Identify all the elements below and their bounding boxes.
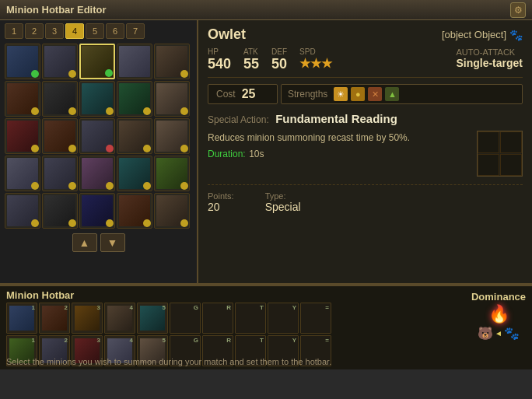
auto-label: Auto-attack <box>456 47 523 57</box>
minion-cell-12[interactable] <box>42 118 78 154</box>
bottom-section: Minion Hotbar 1 2 3 4 5 G R T Y = <box>0 285 532 369</box>
hotbar-row-1: 1 2 3 4 5 G R T Y = <box>6 303 471 334</box>
minion-cell-2[interactable] <box>42 44 78 79</box>
preview-cell-2 <box>500 131 522 153</box>
minion-cell-19[interactable] <box>117 156 152 191</box>
status-text: Select the minions you wish to summon du… <box>6 357 331 366</box>
minion-cell-18[interactable] <box>79 156 115 191</box>
hotbar-cell-r1-3[interactable]: 3 <box>72 303 103 334</box>
settings-button[interactable]: ⚙ <box>510 2 526 18</box>
strengths-box: Strengths ☀ ● ✕ ▲ <box>281 84 523 104</box>
minion-type: [object Object] 🐾 <box>442 29 523 41</box>
hotbar-cell-r1-2[interactable]: 2 <box>39 303 70 334</box>
desc-main: Reduces minion summoning recast time by … <box>208 131 471 145</box>
strength-moon-icon: ● <box>351 87 365 101</box>
duration-label: Duration: <box>208 149 246 159</box>
minion-cell-5[interactable] <box>154 44 190 79</box>
hotbar-header: Minion Hotbar <box>6 289 471 301</box>
points-item: Points: 20 <box>208 191 234 213</box>
special-action-row: Special Action: Fundamental Reading <box>208 112 523 126</box>
cost-strengths-row: Cost 25 Strengths ☀ ● ✕ ▲ <box>208 84 523 104</box>
points-type-row: Points: 20 Type: Special <box>208 184 523 213</box>
title-bar: Minion Hotbar Editor ⚙ <box>0 0 532 20</box>
tab-6[interactable]: 6 <box>106 23 124 39</box>
hotbar-cell-r1-t[interactable]: T <box>235 303 266 334</box>
strength-x-icon: ✕ <box>368 87 382 101</box>
hotbar-cell-r1-1[interactable]: 1 <box>6 303 37 334</box>
description-area: Reduces minion summoning recast time by … <box>208 131 523 177</box>
minion-cell-25[interactable] <box>154 193 190 229</box>
special-action-name: Fundamental Reading <box>275 112 397 125</box>
type-pt-value: Special <box>265 201 301 213</box>
preview-cell-3 <box>478 154 499 176</box>
minion-cell-7[interactable] <box>42 81 78 117</box>
minion-cell-9[interactable] <box>117 81 152 117</box>
minion-cell-15[interactable] <box>154 118 190 154</box>
minion-cell-3-selected[interactable] <box>79 44 115 79</box>
minion-cell-17[interactable] <box>42 156 78 191</box>
arrow-row: ▲ ▼ <box>3 230 194 255</box>
hotbar-cell-r1-eq[interactable]: = <box>300 303 331 334</box>
right-panel: Owlet [object Object] 🐾 HP 540 ATK 55 DE… <box>198 20 532 283</box>
tab-4[interactable]: 4 <box>65 23 84 39</box>
dominance-title: Dominance <box>471 291 526 303</box>
def-value: 50 <box>271 56 287 72</box>
hp-label: HP <box>208 47 231 56</box>
main-content: 1 2 3 4 5 6 7 <box>0 20 532 285</box>
hotbar-cell-r1-g[interactable]: G <box>170 303 201 334</box>
scroll-down-button[interactable]: ▼ <box>100 233 125 252</box>
scroll-up-button[interactable]: ▲ <box>72 233 97 252</box>
tab-3[interactable]: 3 <box>45 23 64 39</box>
def-label: DEF <box>271 47 287 56</box>
description-text: Reduces minion summoning recast time by … <box>208 131 471 177</box>
minion-cell-10[interactable] <box>154 81 190 117</box>
stat-hp: HP 540 <box>208 47 231 72</box>
stat-def: DEF 50 <box>271 47 287 72</box>
hotbar-cell-r1-5[interactable]: 5 <box>137 303 168 334</box>
dominance-bear-icon: 🐻 <box>478 326 493 341</box>
tab-7[interactable]: 7 <box>126 23 145 39</box>
dominance-arrow-left: ◄ <box>495 329 502 338</box>
hotbar-cell-r1-r[interactable]: R <box>202 303 233 334</box>
dominance-widget: Dominance 🔥 🐻 ◄ 🐾 <box>471 289 526 342</box>
minion-name: Owlet <box>208 26 246 43</box>
minion-cell-21[interactable] <box>5 193 40 229</box>
minion-cell-8[interactable] <box>79 81 115 117</box>
cost-label: Cost <box>216 89 236 100</box>
minion-cell-6[interactable] <box>5 81 40 117</box>
special-action-label: Special Action: <box>208 114 269 125</box>
minion-cell-14[interactable] <box>117 118 152 154</box>
minion-cell-13[interactable] <box>79 118 115 154</box>
spd-value: ★★★ <box>299 56 332 71</box>
status-bar: Select the minions you wish to summon du… <box>6 357 526 366</box>
minion-cell-16[interactable] <box>5 156 40 191</box>
desc-preview-grid <box>477 131 523 177</box>
stat-auto: Auto-attack Single-target <box>456 47 523 72</box>
stats-row: HP 540 ATK 55 DEF 50 SPD ★★★ Auto-attack… <box>208 47 523 78</box>
minion-cell-24[interactable] <box>117 193 152 229</box>
tab-5[interactable]: 5 <box>86 23 104 39</box>
tab-row: 1 2 3 4 5 6 7 <box>3 23 194 39</box>
type-label: [object Object] <box>442 29 506 40</box>
atk-label: ATK <box>243 47 259 56</box>
tab-2[interactable]: 2 <box>25 23 44 39</box>
minion-cell-20[interactable] <box>154 156 190 191</box>
spd-label: SPD <box>299 47 332 56</box>
atk-value: 55 <box>243 56 259 72</box>
type-item: Type: Special <box>265 191 301 213</box>
minion-cell-23[interactable] <box>79 193 115 229</box>
hotbar-cell-r1-4[interactable]: 4 <box>104 303 135 334</box>
preview-cell-4 <box>500 154 522 176</box>
hp-value: 540 <box>208 56 231 72</box>
minion-cell-22[interactable] <box>42 193 78 229</box>
minion-cell-1[interactable] <box>5 44 40 79</box>
hotbar-cell-r1-y[interactable]: Y <box>268 303 299 334</box>
duration-value: 10s <box>249 149 264 159</box>
dominance-icons-row: 🐻 ◄ 🐾 <box>478 326 520 341</box>
hotbar-left: Minion Hotbar 1 2 3 4 5 G R T Y = <box>6 289 471 366</box>
type-paw-icon: 🐾 <box>509 29 523 41</box>
tab-1[interactable]: 1 <box>5 23 23 39</box>
minion-cell-11[interactable] <box>5 118 40 154</box>
preview-cell-1 <box>478 131 499 153</box>
minion-cell-4[interactable] <box>117 44 152 79</box>
